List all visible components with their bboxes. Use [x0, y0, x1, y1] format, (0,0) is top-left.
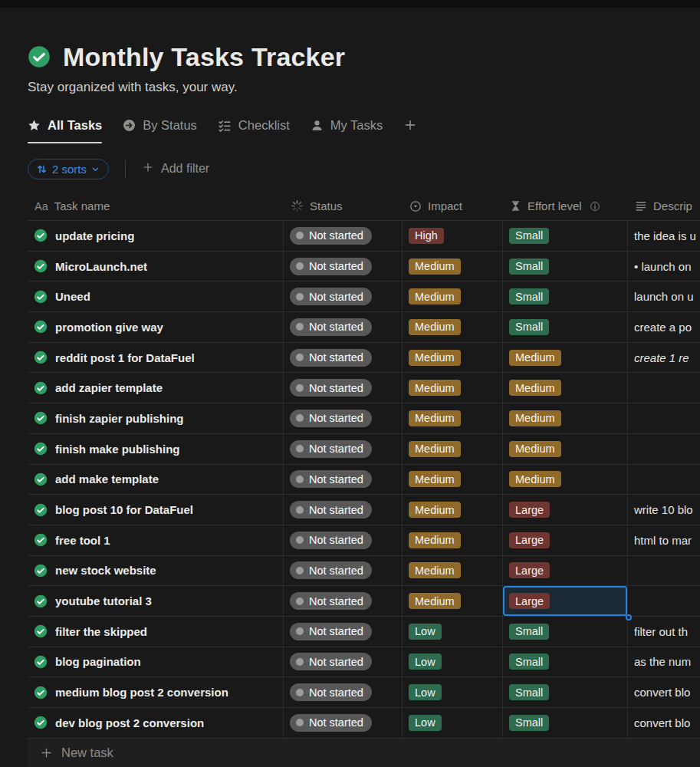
- status-badge[interactable]: Not started: [290, 623, 372, 640]
- status-cell[interactable]: Not started: [284, 617, 403, 647]
- impact-badge[interactable]: Medium: [409, 593, 461, 609]
- impact-cell[interactable]: Low: [403, 708, 503, 738]
- effort-cell[interactable]: Medium: [503, 465, 628, 495]
- task-name-link[interactable]: blog pagination: [55, 655, 141, 668]
- description-cell[interactable]: [628, 556, 700, 586]
- description-cell[interactable]: [628, 465, 700, 495]
- column-header-description[interactable]: Descrip: [628, 199, 700, 212]
- impact-cell[interactable]: Medium: [403, 403, 503, 433]
- status-cell[interactable]: Not started: [284, 556, 403, 586]
- task-name-link[interactable]: reddit post 1 for DataFuel: [55, 351, 195, 364]
- task-name-link[interactable]: blog post 10 for DataFuel: [55, 503, 193, 516]
- status-cell[interactable]: Not started: [284, 343, 403, 373]
- table-row[interactable]: UneedNot startedMediumSmalllaunch on u: [28, 281, 700, 312]
- effort-cell-selected[interactable]: Large: [503, 586, 628, 616]
- status-cell[interactable]: Not started: [284, 677, 403, 707]
- effort-badge[interactable]: Small: [509, 624, 549, 640]
- info-icon[interactable]: [590, 201, 600, 212]
- description-cell[interactable]: create 1 re: [628, 343, 700, 373]
- effort-badge[interactable]: Small: [509, 258, 549, 275]
- table-row[interactable]: dev blog post 2 conversionNot startedLow…: [28, 708, 700, 739]
- impact-badge[interactable]: High: [409, 228, 444, 244]
- sorts-button[interactable]: 2 sorts: [28, 159, 109, 179]
- impact-badge[interactable]: Medium: [409, 380, 461, 396]
- column-header-impact[interactable]: Impact: [403, 199, 503, 212]
- impact-badge[interactable]: Medium: [409, 562, 461, 578]
- description-cell[interactable]: [628, 434, 700, 464]
- task-name-cell[interactable]: filter the skipped: [28, 617, 284, 647]
- description-cell[interactable]: [628, 403, 700, 433]
- task-name-link[interactable]: finish zapier publishing: [55, 412, 184, 425]
- impact-badge[interactable]: Medium: [409, 350, 461, 366]
- effort-badge[interactable]: Medium: [509, 380, 561, 396]
- task-name-cell[interactable]: new stock website: [28, 556, 284, 586]
- task-name-cell[interactable]: dev blog post 2 conversion: [28, 708, 284, 738]
- tab-by-status[interactable]: By Status: [123, 118, 197, 143]
- effort-cell[interactable]: Small: [503, 252, 628, 281]
- task-name-cell[interactable]: finish make publishing: [28, 434, 284, 464]
- effort-cell[interactable]: Small: [503, 708, 628, 738]
- task-name-link[interactable]: promotion give way: [55, 321, 163, 334]
- status-badge[interactable]: Not started: [290, 258, 372, 275]
- effort-cell[interactable]: Medium: [503, 373, 628, 403]
- task-name-link[interactable]: MicroLaunch.net: [55, 260, 147, 273]
- column-header-effort-level[interactable]: Effort level: [503, 199, 628, 212]
- new-task-button[interactable]: New task: [28, 739, 700, 767]
- table-row[interactable]: reddit post 1 for DataFuelNot startedMed…: [28, 343, 700, 374]
- impact-badge[interactable]: Low: [409, 624, 442, 640]
- description-cell[interactable]: convert blo: [628, 677, 700, 707]
- effort-cell[interactable]: Large: [503, 525, 628, 555]
- status-badge[interactable]: Not started: [290, 318, 372, 336]
- task-name-cell[interactable]: add make template: [28, 465, 284, 495]
- impact-cell[interactable]: Medium: [403, 312, 503, 342]
- description-cell[interactable]: launch on u: [628, 281, 700, 311]
- effort-cell[interactable]: Large: [503, 495, 628, 525]
- effort-badge[interactable]: Small: [509, 684, 549, 700]
- task-name-link[interactable]: add zapier template: [55, 381, 163, 394]
- table-row[interactable]: MicroLaunch.netNot startedMediumSmall• l…: [28, 252, 700, 282]
- status-cell[interactable]: Not started: [284, 495, 403, 525]
- description-cell[interactable]: filter out th: [628, 617, 700, 647]
- impact-badge[interactable]: Medium: [409, 258, 461, 275]
- effort-badge[interactable]: Small: [509, 715, 549, 731]
- effort-badge[interactable]: Small: [509, 653, 549, 670]
- status-badge[interactable]: Not started: [290, 501, 372, 518]
- task-name-cell[interactable]: blog post 10 for DataFuel: [28, 495, 284, 525]
- column-header-status[interactable]: Status: [284, 199, 403, 212]
- task-name-link[interactable]: dev blog post 2 conversion: [55, 716, 204, 729]
- impact-cell[interactable]: Low: [403, 677, 503, 707]
- impact-badge[interactable]: Low: [409, 684, 442, 700]
- status-cell[interactable]: Not started: [284, 373, 403, 403]
- task-name-link[interactable]: free tool 1: [55, 534, 110, 547]
- effort-badge[interactable]: Large: [509, 532, 550, 548]
- status-cell[interactable]: Not started: [284, 525, 403, 555]
- table-row[interactable]: new stock websiteNot startedMediumLarge: [28, 556, 700, 587]
- status-badge[interactable]: Not started: [290, 470, 372, 488]
- table-row[interactable]: update pricingNot startedHighSmallthe id…: [28, 221, 700, 252]
- effort-cell[interactable]: Small: [503, 647, 628, 677]
- effort-cell[interactable]: Medium: [503, 403, 628, 433]
- description-cell[interactable]: the idea is u: [628, 221, 700, 251]
- effort-cell[interactable]: Small: [503, 221, 628, 251]
- table-row[interactable]: finish zapier publishingNot startedMediu…: [28, 403, 700, 434]
- effort-badge[interactable]: Small: [509, 228, 549, 244]
- effort-cell[interactable]: Medium: [503, 343, 628, 373]
- task-name-cell[interactable]: reddit post 1 for DataFuel: [28, 343, 284, 373]
- effort-badge[interactable]: Medium: [509, 350, 561, 366]
- tab-checklist[interactable]: Checklist: [218, 118, 290, 143]
- task-name-cell[interactable]: update pricing: [28, 221, 284, 251]
- effort-badge[interactable]: Medium: [509, 441, 561, 457]
- task-name-cell[interactable]: promotion give way: [28, 312, 284, 342]
- effort-badge[interactable]: Large: [509, 593, 550, 609]
- status-cell[interactable]: Not started: [284, 465, 403, 495]
- task-name-link[interactable]: youtube tutorial 3: [55, 594, 152, 607]
- effort-cell[interactable]: Small: [503, 281, 628, 311]
- impact-cell[interactable]: Medium: [403, 495, 503, 525]
- impact-cell[interactable]: Medium: [403, 373, 503, 403]
- table-row[interactable]: filter the skippedNot startedLowSmallfil…: [28, 617, 700, 647]
- status-badge[interactable]: Not started: [290, 653, 372, 670]
- status-cell[interactable]: Not started: [284, 586, 403, 616]
- status-badge[interactable]: Not started: [290, 714, 372, 732]
- effort-badge[interactable]: Small: [509, 319, 549, 335]
- status-cell[interactable]: Not started: [284, 312, 403, 342]
